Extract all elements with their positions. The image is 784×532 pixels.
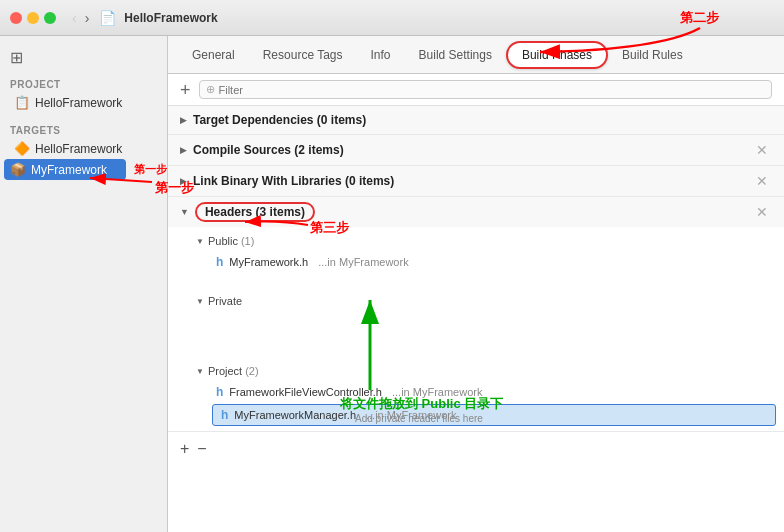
headers-circle-highlight: Headers (3 items) — [195, 202, 315, 222]
headers-project-section: ▼ Project (2) h FrameworkFileViewControl… — [168, 357, 784, 431]
targets-section-label: TARGETS — [0, 121, 167, 138]
public-triangle-icon: ▼ — [196, 237, 204, 246]
back-button[interactable]: ‹ — [70, 10, 79, 26]
file-myframeworkmanager-h[interactable]: h MyFrameworkManager.h ...in MyFramework — [212, 404, 776, 426]
public-count: (1) — [241, 235, 254, 247]
tab-general[interactable]: General — [178, 42, 249, 68]
file-frameworkfileviewcontroller-name: FrameworkFileViewController.h — [229, 386, 382, 398]
headers-public-header[interactable]: ▼ Public (1) — [196, 231, 784, 251]
headers-private-header[interactable]: ▼ Private — [196, 291, 784, 311]
file-myframeworkmanager-location: ...in MyFramework — [366, 409, 456, 421]
filter-icon: ⊕ — [206, 83, 215, 96]
forward-button[interactable]: › — [83, 10, 92, 26]
file-frameworkfileviewcontroller-location: ...in MyFramework — [392, 386, 482, 398]
project-sub-label: Project — [208, 365, 242, 377]
phase-link-binary: ▶ Link Binary With Libraries (0 items) ✕ — [168, 166, 784, 197]
traffic-lights — [10, 12, 56, 24]
tab-build-rules[interactable]: Build Rules — [608, 42, 697, 68]
target2-label: MyFramework — [31, 163, 107, 177]
step1-annotation: 第一步 — [134, 162, 167, 177]
phase-link-binary-title: Link Binary With Libraries (0 items) — [193, 174, 752, 188]
file-myframeworkmanager-name: MyFrameworkManager.h — [234, 409, 356, 421]
nav-arrows: ‹ › — [70, 10, 91, 26]
private-drop-area — [196, 311, 784, 347]
target-icon-1: 🔶 — [14, 141, 30, 156]
tab-resource-tags[interactable]: Resource Tags — [249, 42, 357, 68]
header-file-icon-3: h — [221, 408, 228, 422]
link-close-button[interactable]: ✕ — [752, 173, 772, 189]
window-title: HelloFramework — [124, 11, 217, 25]
add-phase-button[interactable]: + — [180, 81, 191, 99]
file-myframework-h-name: MyFramework.h — [229, 256, 308, 268]
phase-headers-header[interactable]: ▼ Headers (3 items) ✕ — [168, 197, 784, 227]
project-triangle-icon: ▼ — [196, 367, 204, 376]
phase-compile-sources-title: Compile Sources (2 items) — [193, 143, 752, 157]
project-file-icon: 📋 — [14, 95, 30, 110]
phase-triangle-icon: ▶ — [180, 115, 187, 125]
target-icon-2: 📦 — [10, 162, 26, 177]
project-item-label: HelloFramework — [35, 96, 122, 110]
header-file-icon-2: h — [216, 385, 223, 399]
filter-bar: + ⊕ — [168, 74, 784, 106]
private-triangle-icon: ▼ — [196, 297, 204, 306]
sidebar-item-helloframework-project[interactable]: 📋 HelloFramework — [0, 92, 167, 113]
sidebar-item-myframework[interactable]: 📦 MyFramework — [4, 159, 126, 180]
target1-label: HelloFramework — [35, 142, 122, 156]
link-triangle-icon: ▶ — [180, 176, 187, 186]
phase-headers: ▼ Headers (3 items) ✕ ▼ Public (1) — [168, 197, 784, 432]
bottom-controls: + − — [168, 432, 784, 466]
phase-headers-title: Headers (3 items) — [195, 205, 752, 219]
tab-info[interactable]: Info — [357, 42, 405, 68]
build-phases-panel: + ⊕ ▶ Target Dependencies (0 items) — [168, 74, 784, 532]
compile-triangle-icon: ▶ — [180, 145, 187, 155]
file-myframework-h-location: ...in MyFramework — [318, 256, 408, 268]
remove-file-button[interactable]: − — [197, 440, 206, 458]
header-file-icon-1: h — [216, 255, 223, 269]
phase-target-dependencies: ▶ Target Dependencies (0 items) — [168, 106, 784, 135]
headers-project-header[interactable]: ▼ Project (2) — [196, 361, 784, 381]
project-count: (2) — [245, 365, 258, 377]
file-myframework-h[interactable]: h MyFramework.h ...in MyFramework — [196, 251, 784, 273]
phase-link-binary-header[interactable]: ▶ Link Binary With Libraries (0 items) ✕ — [168, 166, 784, 196]
headers-public-section: ▼ Public (1) h MyFramework.h ...in MyFra… — [168, 227, 784, 277]
headers-triangle-icon: ▼ — [180, 207, 189, 217]
sidebar-item-helloframework-target[interactable]: 🔶 HelloFramework — [0, 138, 167, 159]
close-dot[interactable] — [10, 12, 22, 24]
compile-close-button[interactable]: ✕ — [752, 142, 772, 158]
phase-compile-sources: ▶ Compile Sources (2 items) ✕ — [168, 135, 784, 166]
phase-target-dependencies-title: Target Dependencies (0 items) — [193, 113, 772, 127]
public-label: Public — [208, 235, 238, 247]
minimize-dot[interactable] — [27, 12, 39, 24]
add-file-button[interactable]: + — [180, 440, 189, 458]
tab-build-phases[interactable]: Build Phases — [506, 41, 608, 69]
tab-bar: General Resource Tags Info Build Setting… — [168, 36, 784, 74]
headers-close-button[interactable]: ✕ — [752, 204, 772, 220]
filter-input-wrap: ⊕ — [199, 80, 772, 99]
maximize-dot[interactable] — [44, 12, 56, 24]
phase-compile-sources-header[interactable]: ▶ Compile Sources (2 items) ✕ — [168, 135, 784, 165]
content-area: General Resource Tags Info Build Setting… — [168, 36, 784, 532]
private-label: Private — [208, 295, 242, 307]
title-bar: ‹ › 📄 HelloFramework — [0, 0, 784, 36]
sidebar: ⊞ PROJECT 📋 HelloFramework TARGETS 🔶 Hel… — [0, 36, 168, 532]
file-frameworkfileviewcontroller-h[interactable]: h FrameworkFileViewController.h ...in My… — [196, 381, 784, 403]
tab-build-settings[interactable]: Build Settings — [405, 42, 506, 68]
phase-target-dependencies-header[interactable]: ▶ Target Dependencies (0 items) — [168, 106, 784, 134]
sidebar-toggle-icon[interactable]: ⊞ — [10, 49, 23, 66]
project-section-label: PROJECT — [0, 75, 167, 92]
project-icon: 📄 — [99, 10, 116, 26]
headers-private-section: ▼ Private — [168, 287, 784, 351]
filter-input[interactable] — [219, 84, 765, 96]
